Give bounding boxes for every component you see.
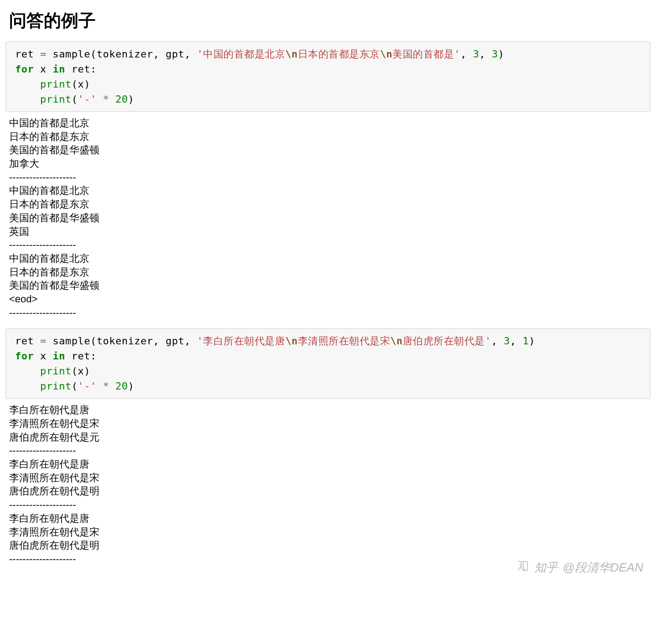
code-cell-2: ret = sample(tokenizer, gpt, '李白所在朝代是唐\n… [5, 328, 651, 399]
code-indent [15, 380, 40, 392]
code-indent [15, 93, 40, 105]
code-token: (x) [72, 78, 90, 90]
code-number: 3 [504, 335, 510, 347]
code-token: ret: [65, 350, 97, 362]
code-token: sample(tokenizer, gpt, [47, 335, 197, 347]
code-token: , [460, 48, 473, 60]
code-token: , [510, 335, 523, 347]
code-number: 20 [115, 93, 128, 105]
code-token: (x) [72, 365, 90, 377]
code-builtin: print [40, 93, 72, 105]
code-number: 3 [492, 48, 498, 60]
code-string: '李白所在朝代是唐\n李清照所在朝代是宋\n唐伯虎所在朝代是' [197, 335, 491, 347]
code-token: , [491, 335, 504, 347]
code-builtin: print [40, 365, 72, 377]
code-number: 20 [115, 380, 128, 392]
code-operator: * [103, 93, 109, 105]
code-builtin: print [40, 380, 72, 392]
code-cell-1: ret = sample(tokenizer, gpt, '中国的首都是北京\n… [5, 42, 651, 112]
code-token: ret [15, 335, 40, 347]
code-operator: * [103, 380, 109, 392]
code-keyword: for [15, 350, 34, 362]
code-token: x [34, 350, 52, 362]
code-token: ) [128, 93, 134, 105]
code-token: ) [128, 380, 134, 392]
code-string: '-' [78, 93, 96, 105]
section-heading: 问答的例子 [9, 9, 651, 32]
code-token: ) [529, 335, 535, 347]
code-token: ( [72, 93, 78, 105]
output-cell-1: 中国的首都是北京 日本的首都是东京 美国的首都是华盛顿 加拿大 --------… [5, 114, 651, 328]
code-string: '中国的首都是北京\n日本的首都是东京\n美国的首都是' [197, 48, 461, 60]
code-token: sample(tokenizer, gpt, [47, 48, 197, 60]
code-token: ret [15, 48, 40, 60]
code-number: 1 [522, 335, 529, 347]
code-token: ( [72, 380, 78, 392]
code-token: x [34, 63, 52, 75]
code-token: = [40, 48, 47, 60]
code-token: = [40, 335, 47, 347]
output-cell-2: 李白所在朝代是唐 李清照所在朝代是宋 唐伯虎所在朝代是元 -----------… [5, 401, 651, 575]
code-token: ret: [65, 63, 97, 75]
code-keyword: in [53, 350, 66, 362]
code-number: 3 [473, 48, 479, 60]
code-builtin: print [40, 78, 72, 90]
code-token: , [479, 48, 492, 60]
code-string: '-' [78, 380, 96, 392]
code-indent [15, 78, 40, 90]
code-indent [15, 365, 40, 377]
code-keyword: for [15, 63, 34, 75]
code-token: ) [498, 48, 505, 60]
code-keyword: in [53, 63, 66, 75]
